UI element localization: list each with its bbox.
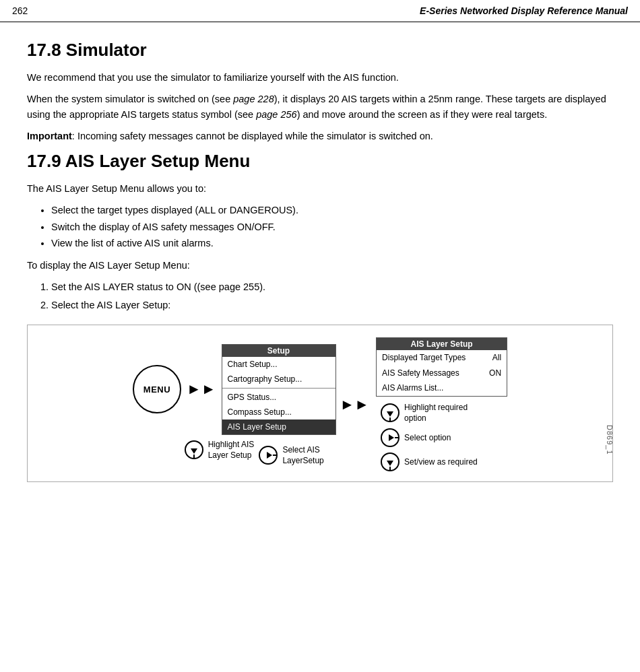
- dial-down-icon-right: [380, 403, 400, 423]
- ais-menu-item-1-label: AIS Safety Messages: [382, 367, 459, 380]
- setup-menu-item-0[interactable]: Chart Setup...: [222, 357, 335, 372]
- diagram-container: MENU ►► Setup Chart Setup... Cartography…: [27, 325, 613, 482]
- ais-menu-item-0[interactable]: Displayed Target Types All: [377, 350, 507, 366]
- arrow-2: ►►: [340, 396, 370, 413]
- setup-menu-divider: [222, 388, 335, 389]
- svg-marker-10: [389, 434, 394, 441]
- bullet-item-2: Switch the display of AIS safety message…: [51, 220, 613, 234]
- page-ref-255: page 255: [219, 281, 259, 292]
- section-179-heading: 17.9 AIS Layer Setup Menu: [27, 151, 613, 172]
- bullet-list: Select the target types displayed (ALL o…: [51, 203, 613, 250]
- setup-menu-item-4[interactable]: AIS Layer Setup: [222, 419, 335, 434]
- svg-marker-4: [267, 452, 272, 459]
- section-178-para1: We recommend that you use the simulator …: [27, 70, 613, 85]
- setup-menu-item-3[interactable]: Compass Setup...: [222, 405, 335, 419]
- ais-menu-item-2[interactable]: AIS Alarms List...: [377, 380, 507, 396]
- setup-menu-box: Setup Chart Setup... Cartography Setup..…: [222, 344, 336, 435]
- menu-button-label: MENU: [143, 384, 170, 395]
- section-178: 17.8 Simulator We recommend that you use…: [27, 40, 613, 144]
- dial-select-option-label: Select option: [404, 432, 451, 443]
- bullet-item-1: Select the target types displayed (ALL o…: [51, 203, 613, 217]
- step-1: Set the AIS LAYER status to ON ((see pag…: [51, 279, 613, 294]
- dial-right-icon-right: [380, 428, 400, 448]
- step-2: Select the AIS Layer Setup:: [51, 298, 613, 312]
- setup-menu-item-1[interactable]: Cartography Setup...: [222, 372, 335, 387]
- bullet-item-3: View the list of active AIS unit alarms.: [51, 236, 613, 250]
- diagram-inner: MENU ►► Setup Chart Setup... Cartography…: [34, 337, 606, 472]
- dial-row-select-right: Select option: [380, 428, 478, 448]
- dial-row-setview-right: Set/view as required: [380, 452, 478, 472]
- svg-marker-7: [387, 411, 393, 417]
- diagram-right-top: AIS Layer Setup Displayed Target Types A…: [373, 337, 507, 397]
- page-content: 17.8 Simulator We recommend that you use…: [0, 22, 640, 494]
- diagram-right: AIS Layer Setup Displayed Target Types A…: [373, 337, 507, 472]
- page-title: E-Series Networked Display Reference Man…: [420, 5, 628, 16]
- setup-menu-items: Chart Setup... Cartography Setup... GPS …: [222, 357, 335, 434]
- important-label: Important: [27, 131, 72, 141]
- ais-menu-item-1[interactable]: AIS Safety Messages ON: [377, 366, 507, 381]
- section-179: 17.9 AIS Layer Setup Menu The AIS Layer …: [27, 151, 613, 312]
- dial-right-icon-left: [258, 445, 278, 465]
- menu-button[interactable]: MENU: [133, 365, 181, 413]
- dial-row-highlight-right: Highlight requiredoption: [380, 402, 478, 424]
- page-ref-256: page 256: [256, 109, 296, 120]
- section-178-para2: When the system simulator is switched on…: [27, 92, 613, 122]
- steps-intro: To display the AIS Layer Setup Menu:: [27, 258, 613, 273]
- dial-highlight-ais-label: Highlight AISLayer Setup: [208, 439, 255, 461]
- ais-menu-items: Displayed Target Types All AIS Safety Me…: [377, 350, 507, 396]
- page-header: 262 E-Series Networked Display Reference…: [0, 0, 640, 22]
- ais-menu-item-1-value: ON: [489, 367, 501, 380]
- diagram-left-dials: Highlight AISLayer Setup Select AISLayer…: [184, 439, 324, 466]
- ais-menu-item-2-label: AIS Alarms List...: [382, 382, 443, 395]
- ais-menu-header: AIS Layer Setup: [377, 338, 507, 350]
- dial-row-select-left: Select AISLayerSetup: [258, 444, 323, 466]
- vertical-page-label: D869_1: [606, 425, 614, 455]
- dial-row-highlight-left: Highlight AISLayer Setup: [184, 439, 255, 461]
- ais-menu-item-0-value: All: [492, 351, 501, 364]
- setup-menu-item-2[interactable]: GPS Status...: [222, 390, 335, 405]
- dial-down-icon-left: [184, 440, 204, 460]
- svg-marker-13: [387, 461, 393, 466]
- steps-list: Set the AIS LAYER status to ON ((see pag…: [51, 279, 613, 312]
- section-178-heading: 17.8 Simulator: [27, 40, 613, 61]
- dial-down-icon-setview: [380, 452, 400, 472]
- ais-menu-box: AIS Layer Setup Displayed Target Types A…: [376, 337, 507, 397]
- setup-menu-header: Setup: [222, 345, 335, 357]
- svg-marker-1: [191, 448, 197, 454]
- diagram-right-dials: Highlight requiredoption Select option: [380, 402, 478, 472]
- section-179-intro: The AIS Layer Setup Menu allows you to:: [27, 181, 613, 196]
- dial-highlight-required-label: Highlight requiredoption: [404, 402, 468, 424]
- ais-menu-item-0-label: Displayed Target Types: [382, 351, 466, 364]
- diagram-left-top: MENU ►► Setup Chart Setup... Cartography…: [133, 344, 336, 435]
- arrow-1: ►►: [187, 380, 216, 398]
- page-number: 262: [12, 5, 28, 16]
- section-178-para3: Important: Incoming safety messages cann…: [27, 129, 613, 143]
- page-ref-228: page 228: [233, 94, 274, 104]
- dial-setview-label: Set/view as required: [404, 457, 478, 467]
- diagram-left: MENU ►► Setup Chart Setup... Cartography…: [133, 344, 336, 466]
- dial-select-ais-label: Select AISLayerSetup: [282, 444, 323, 466]
